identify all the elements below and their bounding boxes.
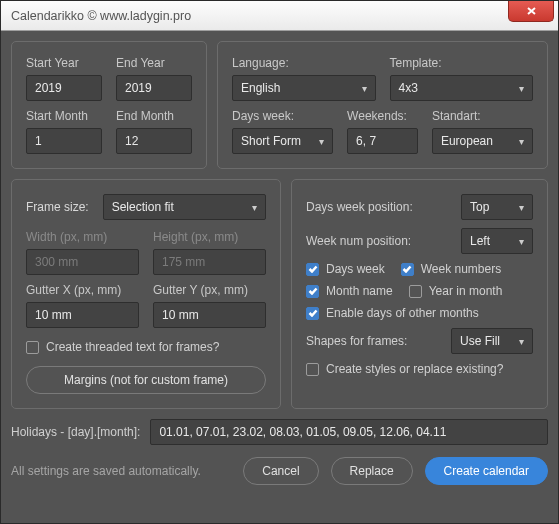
start-month-label: Start Month [26, 109, 102, 123]
daysweek-select[interactable]: Short Form▾ [232, 128, 333, 154]
weeknumbers-checkbox[interactable]: Week numbers [401, 262, 501, 276]
start-year-label: Start Year [26, 56, 102, 70]
week-num-pos-label: Week num position: [306, 234, 411, 248]
options-panel: Days week position: Top▾ Week num positi… [291, 179, 548, 409]
weekends-label: Weekends: [347, 109, 418, 123]
chevron-down-icon: ▾ [519, 83, 524, 94]
height-label: Height (px, mm) [153, 230, 266, 244]
days-week-pos-label: Days week position: [306, 200, 413, 214]
template-select[interactable]: 4x3▾ [390, 75, 534, 101]
daysweek-checkbox[interactable]: Days week [306, 262, 385, 276]
holidays-label: Holidays - [day].[month]: [11, 425, 140, 439]
gutter-x-label: Gutter X (px, mm) [26, 283, 139, 297]
chevron-down-icon: ▾ [519, 136, 524, 147]
close-icon [526, 6, 537, 16]
template-label: Template: [390, 56, 534, 70]
start-month-input[interactable] [26, 128, 102, 154]
width-label: Width (px, mm) [26, 230, 139, 244]
holidays-row: Holidays - [day].[month]: [11, 419, 548, 445]
titlebar: Calendarikko © www.ladygin.pro [1, 1, 558, 31]
chevron-down-icon: ▾ [519, 336, 524, 347]
gutter-y-label: Gutter Y (px, mm) [153, 283, 266, 297]
chevron-down-icon: ▾ [362, 83, 367, 94]
chevron-down-icon: ▾ [519, 236, 524, 247]
cancel-button[interactable]: Cancel [243, 457, 318, 485]
height-input [153, 249, 266, 275]
start-year-input[interactable] [26, 75, 102, 101]
locale-panel: Language: English▾ Template: 4x3▾ [217, 41, 548, 169]
width-input [26, 249, 139, 275]
language-select[interactable]: English▾ [232, 75, 376, 101]
threaded-checkbox[interactable]: Create threaded text for frames? [26, 340, 266, 354]
week-num-pos-select[interactable]: Left▾ [461, 228, 533, 254]
frame-size-label: Frame size: [26, 200, 89, 214]
frame-size-select[interactable]: Selection fit▾ [103, 194, 266, 220]
replace-button[interactable]: Replace [331, 457, 413, 485]
createstyles-checkbox[interactable]: Create styles or replace existing? [306, 362, 533, 376]
date-range-panel: Start Year End Year Start Month [11, 41, 207, 169]
create-calendar-button[interactable]: Create calendar [425, 457, 548, 485]
end-month-label: End Month [116, 109, 192, 123]
holidays-input[interactable] [150, 419, 548, 445]
monthname-checkbox[interactable]: Month name [306, 284, 393, 298]
close-button[interactable] [508, 1, 554, 22]
standart-select[interactable]: European▾ [432, 128, 533, 154]
language-label: Language: [232, 56, 376, 70]
main-window: Calendarikko © www.ladygin.pro Start Yea… [0, 0, 559, 524]
end-year-label: End Year [116, 56, 192, 70]
gutter-x-input[interactable] [26, 302, 139, 328]
yearinmonth-checkbox[interactable]: Year in month [409, 284, 503, 298]
autosave-message: All settings are saved automatically. [11, 464, 231, 478]
othermonths-checkbox[interactable]: Enable days of other months [306, 306, 479, 320]
standart-label: Standart: [432, 109, 533, 123]
footer: All settings are saved automatically. Ca… [11, 457, 548, 485]
end-year-input[interactable] [116, 75, 192, 101]
shapes-label: Shapes for frames: [306, 334, 407, 348]
chevron-down-icon: ▾ [319, 136, 324, 147]
chevron-down-icon: ▾ [519, 202, 524, 213]
end-month-input[interactable] [116, 128, 192, 154]
weekends-input[interactable] [347, 128, 418, 154]
frame-panel: Frame size: Selection fit▾ Width (px, mm… [11, 179, 281, 409]
chevron-down-icon: ▾ [252, 202, 257, 213]
days-week-pos-select[interactable]: Top▾ [461, 194, 533, 220]
daysweek-label: Days week: [232, 109, 333, 123]
margins-button[interactable]: Margins (not for custom frame) [26, 366, 266, 394]
gutter-y-input[interactable] [153, 302, 266, 328]
shapes-select[interactable]: Use Fill▾ [451, 328, 533, 354]
window-title: Calendarikko © www.ladygin.pro [11, 9, 191, 23]
